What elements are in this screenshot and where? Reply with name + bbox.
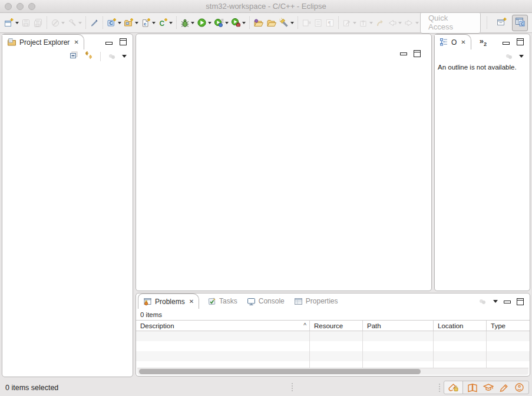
view-menu-dropdown[interactable] bbox=[519, 55, 524, 60]
toggle-mark-occurrences-button[interactable] bbox=[88, 18, 100, 28]
tab-project-explorer[interactable]: Project Explorer ✕ bbox=[2, 34, 84, 50]
view-menu-icon[interactable] bbox=[107, 52, 117, 61]
svg-text:c: c bbox=[144, 21, 147, 27]
previous-annotation-button[interactable] bbox=[358, 18, 374, 28]
more-views-chevron[interactable]: »2 bbox=[480, 37, 487, 47]
new-class-button[interactable]: C bbox=[157, 17, 174, 28]
close-icon[interactable]: ✕ bbox=[189, 299, 194, 305]
search-button[interactable] bbox=[278, 17, 295, 28]
view-menu-dropdown[interactable] bbox=[493, 300, 498, 305]
next-annotation-button[interactable] bbox=[341, 18, 358, 28]
trim-drag-handle[interactable] bbox=[439, 384, 440, 392]
bottom-tabs: Problems ✕ Tasks Console bbox=[136, 293, 530, 309]
open-perspective-icon bbox=[497, 16, 507, 27]
graduation-cap-icon[interactable] bbox=[483, 383, 494, 392]
open-folder-button[interactable] bbox=[265, 18, 278, 28]
horizontal-scrollbar[interactable] bbox=[137, 368, 528, 375]
show-whitespace-button[interactable]: ¶ bbox=[324, 18, 336, 28]
save-all-button[interactable] bbox=[32, 18, 44, 28]
tab-tasks[interactable]: Tasks bbox=[203, 293, 242, 309]
maximize-view-button[interactable] bbox=[517, 38, 524, 45]
quick-access-input[interactable]: Quick Access bbox=[420, 12, 481, 34]
tab-console[interactable]: Console bbox=[242, 293, 289, 309]
back-arrow-icon bbox=[387, 18, 397, 28]
new-source-folder-icon bbox=[124, 18, 134, 28]
new-class-icon: C bbox=[158, 18, 168, 28]
book-icon[interactable] bbox=[467, 383, 478, 392]
cpp-perspective-button[interactable]: C bbox=[512, 15, 528, 31]
back-button[interactable] bbox=[386, 18, 403, 28]
tab-properties[interactable]: Properties bbox=[289, 293, 343, 309]
new-c-project-button[interactable]: C bbox=[105, 17, 123, 28]
close-icon[interactable]: ✕ bbox=[461, 39, 465, 45]
last-edit-location-button[interactable] bbox=[374, 18, 386, 28]
run-button[interactable] bbox=[196, 17, 213, 28]
toolbar-separator bbox=[176, 16, 177, 29]
new-source-file-button[interactable]: c bbox=[140, 17, 157, 28]
column-header-type[interactable]: Type bbox=[487, 321, 530, 331]
close-window-button[interactable] bbox=[5, 3, 12, 10]
maximize-editor-button[interactable] bbox=[414, 50, 421, 57]
badge-circle-icon[interactable] bbox=[514, 382, 524, 392]
minimize-window-button[interactable] bbox=[16, 3, 24, 10]
column-header-resource[interactable]: Resource bbox=[310, 321, 363, 331]
save-icon bbox=[21, 18, 31, 28]
table-row bbox=[136, 351, 530, 361]
main-toolbar: C c C bbox=[0, 13, 532, 33]
tab-outline[interactable]: O ✕ bbox=[435, 34, 471, 50]
tab-label: Properties bbox=[306, 297, 338, 305]
view-menu-icon[interactable] bbox=[478, 298, 487, 306]
collapse-all-button[interactable] bbox=[69, 51, 78, 62]
svg-text:C: C bbox=[521, 21, 524, 25]
traffic-lights bbox=[5, 3, 35, 10]
scrollbar-thumb[interactable] bbox=[139, 369, 421, 374]
pilcrow-icon: ¶ bbox=[325, 18, 335, 28]
close-icon[interactable]: ✕ bbox=[74, 39, 78, 45]
tab-label: Problems bbox=[155, 298, 185, 306]
selection-status: 0 items selected bbox=[5, 384, 58, 392]
minimize-view-button[interactable] bbox=[105, 42, 113, 45]
new-c-project-icon: C bbox=[107, 18, 117, 28]
tab-label: Console bbox=[259, 297, 285, 305]
next-edit-button[interactable] bbox=[300, 18, 312, 28]
hand-pointer-button[interactable] bbox=[444, 381, 463, 394]
minimize-editor-button[interactable] bbox=[400, 52, 407, 55]
column-header-description[interactable]: Description ^ bbox=[136, 321, 310, 331]
view-menu-dropdown[interactable] bbox=[122, 55, 127, 60]
tasks-icon bbox=[207, 297, 216, 306]
link-with-editor-button[interactable] bbox=[84, 51, 94, 62]
pencil-icon[interactable] bbox=[499, 383, 509, 392]
minimize-view-button[interactable] bbox=[503, 42, 510, 45]
build-hammer-icon bbox=[67, 18, 77, 28]
forward-button[interactable] bbox=[403, 18, 420, 28]
profile-button[interactable] bbox=[213, 17, 230, 28]
build-button[interactable] bbox=[66, 18, 83, 28]
column-header-location[interactable]: Location bbox=[434, 321, 487, 331]
save-button[interactable] bbox=[20, 18, 32, 28]
link-with-editor-icon bbox=[84, 51, 94, 60]
open-perspective-button[interactable] bbox=[494, 15, 510, 31]
project-explorer-view: Project Explorer ✕ bbox=[2, 34, 133, 377]
new-source-folder-button[interactable] bbox=[123, 17, 140, 28]
tab-label: Tasks bbox=[219, 297, 237, 305]
maximize-view-button[interactable] bbox=[517, 298, 524, 305]
problems-icon bbox=[143, 297, 152, 306]
column-header-path[interactable]: Path bbox=[363, 321, 434, 331]
show-source-button[interactable] bbox=[312, 18, 324, 28]
minimize-view-button[interactable] bbox=[504, 301, 511, 303]
new-wizard-button[interactable] bbox=[3, 17, 20, 28]
trim-drag-handle[interactable] bbox=[292, 383, 293, 391]
skip-all-breakpoints-button[interactable] bbox=[49, 18, 66, 28]
outline-toolbar bbox=[435, 50, 530, 62]
open-element-button[interactable] bbox=[252, 18, 265, 28]
zoom-window-button[interactable] bbox=[28, 3, 35, 10]
external-tools-icon bbox=[231, 18, 241, 28]
maximize-view-button[interactable] bbox=[120, 38, 127, 45]
debug-button[interactable] bbox=[179, 18, 196, 28]
view-menu-icon[interactable] bbox=[504, 52, 514, 61]
external-tools-button[interactable] bbox=[230, 17, 247, 28]
table-row bbox=[136, 331, 530, 341]
editor-area[interactable] bbox=[136, 34, 432, 291]
tab-problems[interactable]: Problems ✕ bbox=[138, 293, 199, 309]
sort-ascending-icon: ^ bbox=[303, 322, 306, 329]
